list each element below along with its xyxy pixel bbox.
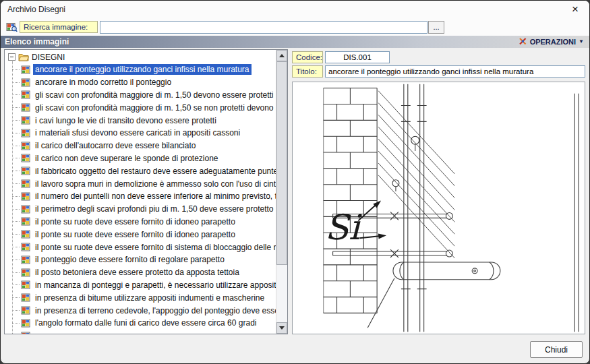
close-icon: × <box>572 3 579 16</box>
tree-item-list: ancorare il ponteggio utilizzando ganci … <box>5 63 276 334</box>
drawing-file-icon <box>21 243 30 251</box>
tree-item[interactable]: il carico dell'autocarro deve essere bil… <box>5 140 276 152</box>
drawing-file-icon <box>21 78 30 87</box>
tree-item-label: il perimetro degli scavi profondi piu di… <box>33 204 276 214</box>
titlebar: Archivio Disegni × <box>1 1 589 18</box>
tree-item[interactable]: il ponte su ruote deve essere fornito di… <box>5 228 276 241</box>
tree-item[interactable]: il numero dei puntelli non deve essere i… <box>5 190 276 203</box>
drawing-file-icon <box>21 192 30 201</box>
scrollbar-thumb[interactable] <box>276 61 287 265</box>
drawing-file-icon <box>21 166 30 175</box>
tree-item[interactable]: il posto betoniera deve essere protetto … <box>5 266 276 279</box>
detail-panel: Codice: Titolo: <box>292 49 585 336</box>
tree-root[interactable]: DISEGNI <box>5 51 276 63</box>
tree-item[interactable]: gli scavi con profondità maggiore di m. … <box>5 89 276 102</box>
tree-item[interactable]: i materiali sfusi devono essere caricati… <box>5 127 276 140</box>
tree-item-label: ancorare il ponteggio utilizzando ganci … <box>33 64 252 75</box>
scroll-down-button[interactable] <box>276 322 287 334</box>
tree-item[interactable]: in presenza di bitume utilizzare apposit… <box>5 291 276 304</box>
scroll-up-button[interactable] <box>276 50 287 61</box>
operations-menu-button[interactable]: OPERAZIONI ▼ <box>519 37 584 47</box>
tree-item-label: in mancanza di ponteggi e parapetti, è n… <box>33 280 276 291</box>
tree-item-label: il ponteggio deve essere fornito di rego… <box>33 254 227 265</box>
drawing-annotation: Si <box>325 207 362 247</box>
archivio-disegni-window: Archivio Disegni × Ricerca immagine: ...… <box>0 0 590 364</box>
search-bar: Ricerca immagine: ... <box>1 18 589 36</box>
tree-item[interactable]: in mancanza di ponteggi e parapetti, è n… <box>5 279 276 292</box>
tree-item[interactable]: il perimetro degli scavi profondi piu di… <box>5 203 276 216</box>
code-field[interactable] <box>325 51 390 63</box>
main-area: DISEGNI ancorare il ponteggio utilizzand… <box>1 48 589 336</box>
drawing-file-icon <box>21 306 30 315</box>
drawing-file-icon <box>21 230 30 239</box>
browse-button[interactable]: ... <box>428 21 444 34</box>
tree-item-label: ancorare in modo corretto il ponteggio <box>33 77 173 88</box>
folder-icon <box>18 53 29 61</box>
drawing-file-icon <box>21 179 30 188</box>
tree-scrollbar[interactable] <box>276 50 287 334</box>
scaffold-drawing: Si <box>293 82 585 334</box>
dropdown-arrow-icon: ▼ <box>579 39 584 44</box>
drawing-file-icon <box>21 129 30 138</box>
close-button[interactable]: × <box>565 1 585 18</box>
tree-item-label: il lavoro sopra muri in demolizione è am… <box>33 179 276 189</box>
tree-item-label: gli scavi con profondità maggiore di m. … <box>33 102 276 113</box>
collapse-icon[interactable] <box>8 53 16 61</box>
code-label: Codice: <box>292 51 323 63</box>
drawing-preview: Si <box>292 82 585 334</box>
tree-item[interactable]: il ponte su ruote deve essere fornito di… <box>5 216 276 229</box>
tree-item[interactable]: il ponteggio deve essere fornito di rego… <box>5 253 276 266</box>
tree-item[interactable]: ancorare il ponteggio utilizzando ganci … <box>5 63 276 76</box>
drawing-file-icon <box>21 255 30 264</box>
tree-view: DISEGNI ancorare il ponteggio utilizzand… <box>5 50 276 334</box>
list-header: Elenco immagini OPERAZIONI ▼ <box>1 36 589 48</box>
drawing-file-icon <box>21 280 30 289</box>
tree-item-label: il carico non deve superare le sponde di… <box>33 153 220 164</box>
image-search-icon <box>6 22 18 32</box>
tree-item[interactable]: il lavoro sopra muri in demolizione è am… <box>5 177 276 190</box>
arrow-down-icon <box>279 326 285 330</box>
drawing-file-icon <box>21 332 30 334</box>
drawing-file-icon <box>21 103 30 112</box>
footer: Chiudi <box>1 336 589 364</box>
tree-item[interactable] <box>5 330 276 334</box>
search-input[interactable] <box>100 21 427 34</box>
arrow-up-icon <box>279 54 285 57</box>
drawing-file-icon <box>21 116 30 125</box>
tree-item[interactable]: il ponte su ruote deve essere fornito di… <box>5 241 276 253</box>
tree-item[interactable]: ancorare in modo corretto il ponteggio <box>5 76 276 89</box>
code-row: Codice: <box>292 51 585 63</box>
image-list-panel: DISEGNI ancorare il ponteggio utilizzand… <box>4 49 288 334</box>
tree-item-label: in presenza di terreno cedevole, l'appog… <box>33 305 276 316</box>
tree-item[interactable]: i cavi lungo le vie di transito devono e… <box>5 114 276 127</box>
tree-item-label: il numero dei puntelli non deve essere i… <box>33 191 276 202</box>
drawing-file-icon <box>21 154 30 162</box>
tree-item[interactable]: il fabbricato oggetto del restauro deve … <box>5 164 276 177</box>
drawing-file-icon <box>21 65 30 74</box>
drawing-file-icon <box>21 142 30 150</box>
tree-item-label: il ponte su ruote deve essere fornito di… <box>33 242 276 253</box>
tree-item[interactable]: l'angolo formato dalle funi di carico de… <box>5 317 276 330</box>
tree-item[interactable]: il carico non deve superare le sponde di… <box>5 152 276 165</box>
tree-item-label: il ponte su ruote deve essere fornito di… <box>33 216 237 227</box>
list-header-title: Elenco immagini <box>5 37 69 47</box>
tree-item-label: i materiali sfusi devono essere caricati… <box>33 127 242 138</box>
scrollbar-track[interactable] <box>276 61 287 322</box>
drawing-file-icon <box>21 205 30 214</box>
drawing-file-icon <box>21 217 30 226</box>
tree-root-label: DISEGNI <box>32 52 65 62</box>
tree-item-label: il ponte su ruote deve essere fornito di… <box>33 229 237 240</box>
tree-item[interactable]: gli scavi con profondità maggiore di m. … <box>5 101 276 114</box>
drawing-file-icon <box>21 90 30 99</box>
window-title: Archivio Disegni <box>7 5 65 14</box>
drawing-file-icon <box>21 268 30 277</box>
tree-item-label: il posto betoniera deve essere protetto … <box>33 267 241 278</box>
drawing-file-icon <box>21 319 30 328</box>
tree-item-label: gli scavi con profondità maggiore di m. … <box>33 90 276 100</box>
title-field[interactable] <box>325 65 585 78</box>
title-label: Titolo: <box>292 65 323 78</box>
close-dialog-button[interactable]: Chiudi <box>530 341 583 358</box>
operations-icon <box>519 37 527 47</box>
drawing-file-icon <box>21 293 30 302</box>
tree-item[interactable]: in presenza di terreno cedevole, l'appog… <box>5 304 276 317</box>
